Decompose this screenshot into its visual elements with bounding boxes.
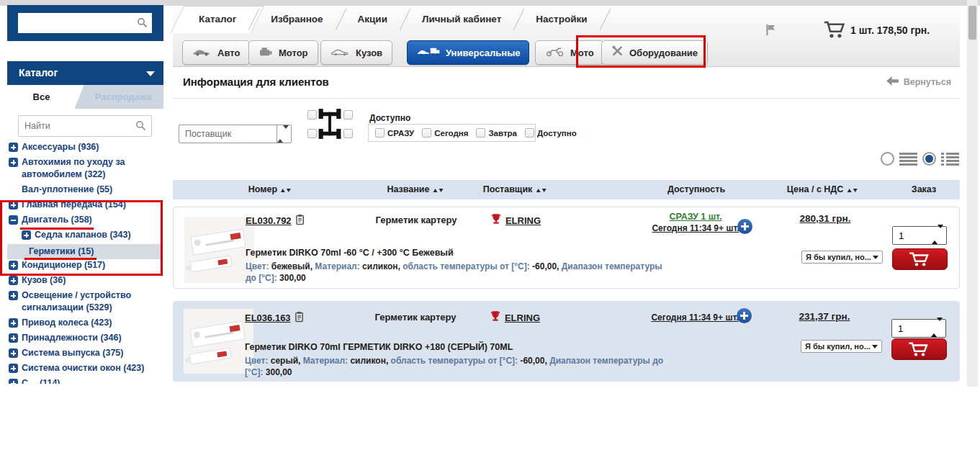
expand-icon[interactable] [9, 291, 18, 300]
sidebar-item-valve-seats[interactable]: Седла клапанов (343) [7, 229, 163, 241]
catalog-panel-header[interactable]: Каталог [7, 61, 163, 85]
column-header-number[interactable]: Номер [248, 184, 292, 194]
category-button-moto[interactable]: Мото [535, 40, 604, 65]
quantity-input[interactable] [892, 320, 928, 337]
sidebar-item-partial[interactable]: С… (114) [7, 377, 163, 384]
availability-option-today[interactable]: Сегодня [422, 128, 468, 138]
checkbox[interactable] [422, 128, 431, 138]
car-icon [192, 47, 212, 58]
expand-icon[interactable] [9, 158, 18, 167]
stepper-arrows[interactable] [932, 228, 943, 241]
sidebar-item-sealants-selected[interactable]: Герметики (15) [7, 244, 163, 259]
availability-option-now[interactable]: СРАЗУ [375, 128, 414, 138]
axle-checkbox-rear-left[interactable] [307, 129, 317, 138]
checkbox[interactable] [375, 128, 385, 138]
back-link[interactable]: Вернуться [886, 76, 951, 88]
add-to-cart-button[interactable] [891, 338, 947, 360]
availability-now-link[interactable]: СРАЗУ 1 шт. [642, 212, 750, 222]
sidebar-item-body[interactable]: Кузов (36) [7, 274, 163, 287]
product-number-link[interactable]: EL036.163 [245, 312, 291, 323]
category-button-auto[interactable]: Авто [182, 40, 250, 65]
availability-today-link[interactable]: Сегодня 11:34 9+ шт. [642, 223, 750, 233]
column-header-supplier[interactable]: Поставщик [483, 184, 547, 194]
supplier-link[interactable]: ELRING [505, 215, 541, 226]
flag-icon[interactable] [765, 24, 779, 39]
expand-icon[interactable] [9, 333, 18, 343]
axle-checkbox-front-left[interactable] [307, 110, 317, 120]
sidebar-item-main-gear[interactable]: Главная передача (154) [7, 199, 163, 211]
add-to-cart-button[interactable] [892, 248, 948, 270]
sidebar-item-lighting[interactable]: Освещение / устройство сигнализации (532… [7, 289, 163, 314]
collapse-icon[interactable] [9, 215, 18, 225]
stepper-arrows[interactable] [931, 321, 943, 334]
sort-icons[interactable] [535, 184, 547, 194]
product-image[interactable] [184, 217, 254, 283]
sort-icons[interactable] [280, 184, 292, 194]
scrollbar-track[interactable] [967, 0, 978, 387]
availability-option-tomorrow[interactable]: Завтра [476, 128, 517, 138]
scrollbar-thumb[interactable] [968, 6, 976, 40]
select-spinner-icon[interactable] [277, 125, 291, 143]
add-availability-icon[interactable] [737, 219, 752, 234]
checkbox[interactable] [525, 128, 534, 138]
copy-clipboard-icon[interactable] [295, 311, 305, 325]
expand-icon[interactable] [9, 276, 18, 285]
column-header-name[interactable]: Название [387, 184, 444, 194]
search-icon[interactable] [137, 17, 148, 31]
expand-icon[interactable] [9, 379, 18, 384]
category-button-body[interactable]: Кузов [320, 40, 392, 65]
cart-summary[interactable]: 1 шт. 178,50 грн. [850, 24, 930, 36]
expand-icon[interactable] [9, 200, 18, 210]
cart-icon[interactable] [823, 19, 847, 42]
sidebar-item-accessories[interactable]: Аксессуары (936) [7, 141, 163, 153]
product-image[interactable] [184, 309, 253, 374]
tab-catalog[interactable]: Каталог [181, 6, 253, 33]
copy-clipboard-icon[interactable] [296, 214, 305, 228]
category-button-universal[interactable]: Универсальные [407, 40, 529, 65]
expand-icon[interactable] [9, 261, 18, 270]
sidebar-item-engine[interactable]: Двигатель (358) [7, 214, 163, 226]
tab-settings[interactable]: Настройки [518, 6, 604, 33]
category-button-equipment[interactable]: Оборудование [601, 40, 708, 65]
sidebar-item-exhaust[interactable]: Система выпуска (375) [7, 347, 163, 359]
wish-dropdown[interactable]: Я бы купил, но... [801, 251, 883, 264]
sidebar-item-autochem[interactable]: Автохимия по уходу за автомобилем (322) [7, 156, 163, 181]
sidebar-item-aircon[interactable]: Кондиционер (517) [7, 259, 163, 271]
sidebar-item-wheel-drive[interactable]: Привод колеса (423) [7, 317, 163, 329]
tab-account[interactable]: Личный кабинет [405, 6, 518, 33]
sidebar-item-wipers[interactable]: Система очистки окон (423) [7, 362, 163, 374]
add-availability-icon[interactable] [737, 308, 752, 323]
tab-sale[interactable]: Распродажа [83, 85, 163, 109]
tab-promotions[interactable]: Акции [341, 6, 405, 33]
sidebar-item-supplies[interactable]: Принадлежности (346) [7, 332, 163, 344]
availability-today-link[interactable]: Сегодня 11:34 9+ шт. [641, 312, 749, 323]
expand-icon[interactable] [9, 318, 18, 328]
category-button-motor[interactable]: Мотор [248, 40, 318, 65]
global-search-input[interactable] [18, 13, 152, 33]
search-icon[interactable] [135, 120, 146, 134]
expand-icon[interactable] [22, 230, 31, 240]
tab-favorites[interactable]: Избранное [253, 6, 340, 33]
catalog-search-input[interactable] [18, 115, 152, 137]
product-number-link[interactable]: EL030.792 [246, 215, 292, 226]
price-link[interactable]: 231,37 грн. [781, 311, 868, 322]
expand-icon[interactable] [9, 348, 18, 358]
availability-option-available[interactable]: Доступно [525, 128, 577, 138]
tab-all[interactable]: Все [7, 85, 76, 109]
quantity-input[interactable] [893, 227, 929, 244]
view-table-radio[interactable] [881, 152, 894, 166]
supplier-link[interactable]: ELRING [505, 312, 540, 323]
column-header-price[interactable]: Цена / с НДС [787, 184, 858, 194]
sidebar-item-val[interactable]: Вал-уплотнение (55) [7, 184, 163, 196]
supplier-select[interactable]: Поставщик [179, 125, 292, 143]
wish-dropdown[interactable]: Я бы купил, но... [801, 340, 882, 353]
checkbox[interactable] [476, 128, 485, 138]
sort-icons[interactable] [433, 184, 444, 194]
price-link[interactable]: 280,31 грн. [782, 213, 868, 224]
sort-icons[interactable] [846, 184, 858, 194]
expand-icon[interactable] [9, 364, 18, 373]
expand-icon[interactable] [9, 143, 18, 152]
view-list-radio[interactable] [922, 152, 936, 166]
axle-checkbox-rear-right[interactable] [343, 129, 353, 138]
axle-checkbox-front-right[interactable] [343, 110, 353, 120]
